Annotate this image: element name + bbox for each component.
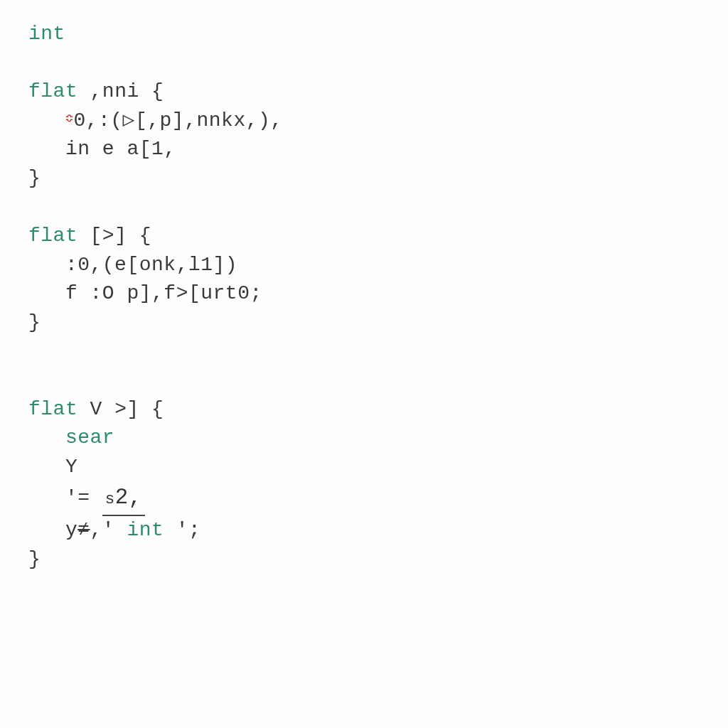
line-17a: '= bbox=[28, 487, 102, 509]
s-small: s bbox=[105, 490, 115, 508]
keyword-sear: sear bbox=[28, 427, 114, 449]
line-6: } bbox=[28, 167, 41, 189]
keyword-flat-3: flat bbox=[28, 398, 77, 420]
line-9: :0,(e[onk,l1]) bbox=[28, 254, 237, 276]
line-16: Y bbox=[28, 456, 77, 478]
line-18c: '; bbox=[176, 519, 201, 541]
line-4-indent bbox=[28, 109, 65, 132]
line-4b: [,p],nnkx,), bbox=[135, 109, 283, 132]
triangle-icon: ▷ bbox=[123, 109, 135, 132]
line-18a: y bbox=[28, 519, 77, 541]
keyword-flat-2: flat bbox=[28, 225, 77, 247]
code-block: int flat ,nni { ≎0,:(▷[,p],nnkx,), in e … bbox=[0, 0, 728, 594]
keyword-flat-1: flat bbox=[28, 80, 77, 102]
red-glyph: ≎ bbox=[65, 112, 73, 126]
line-10: f :O p],f>[urt0; bbox=[28, 282, 262, 304]
line-3-rest: ,nni { bbox=[77, 80, 164, 102]
strike-glyph: ≠ bbox=[77, 519, 90, 541]
line-18b: ,' bbox=[90, 519, 115, 541]
line-8-rest: [>] { bbox=[77, 225, 151, 247]
line-4a: 0,:( bbox=[73, 109, 122, 132]
two-big: 2, bbox=[115, 485, 142, 510]
line-5: in e a[1, bbox=[28, 138, 176, 160]
keyword-int-2: int bbox=[114, 519, 176, 541]
line-19: } bbox=[28, 548, 41, 570]
keyword-int: int bbox=[28, 23, 65, 45]
line-11: } bbox=[28, 311, 41, 333]
underlined-fragment: s2, bbox=[102, 482, 145, 517]
line-14-rest: V >] { bbox=[77, 398, 164, 420]
